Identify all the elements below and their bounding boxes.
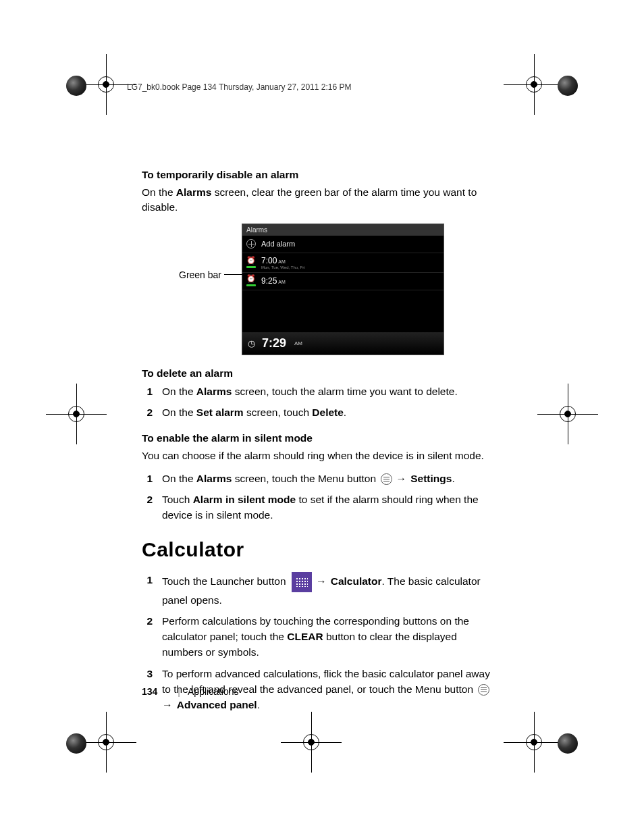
clock-icon: ◷ bbox=[248, 338, 255, 348]
phone-empty-area bbox=[242, 290, 444, 332]
screenshot-alarms: Green bar Alarms Add alarm 7:00AM Mon, T… bbox=[142, 224, 500, 355]
list-item: 2On the Set alarm screen, touch Delete. bbox=[142, 405, 500, 420]
steps-delete-alarm: 1On the Alarms screen, touch the alarm t… bbox=[142, 384, 500, 421]
list-item: 1Touch the Launcher button → Calculator.… bbox=[142, 572, 500, 608]
heading-delete-alarm: To delete an alarm bbox=[142, 367, 500, 380]
para-silent-mode: You can choose if the alarm should ring … bbox=[142, 448, 500, 463]
phone-row-add-alarm: Add alarm bbox=[242, 236, 444, 253]
phone-footer: ◷ 7:29AM bbox=[242, 332, 444, 355]
menu-icon bbox=[478, 684, 489, 696]
page-footer: 134 | Applications bbox=[142, 686, 239, 697]
section-name: Applications bbox=[188, 686, 239, 697]
print-orb bbox=[66, 76, 86, 96]
alarm-icon bbox=[246, 276, 256, 285]
plus-icon bbox=[246, 239, 256, 249]
running-header: LG7_bk0.book Page 134 Thursday, January … bbox=[127, 82, 351, 92]
crop-mark bbox=[518, 69, 549, 100]
print-orb bbox=[558, 733, 578, 754]
list-item: 2Touch Alarm in silent mode to set if th… bbox=[142, 492, 500, 523]
crop-mark bbox=[90, 69, 122, 100]
list-item: 1On the Alarms screen, touch the alarm t… bbox=[142, 384, 500, 399]
print-orb bbox=[558, 76, 578, 96]
page-body: To temporarily disable an alarm On the A… bbox=[142, 169, 500, 725]
section-title-calculator: Calculator bbox=[142, 538, 500, 561]
phone-row-alarm-2: 9:25AM bbox=[242, 273, 444, 290]
phone-titlebar: Alarms bbox=[242, 224, 444, 236]
callout-green-bar: Green bar bbox=[179, 269, 247, 280]
crop-mark bbox=[90, 727, 122, 758]
crop-mark bbox=[296, 727, 327, 758]
heading-silent-mode: To enable the alarm in silent mode bbox=[142, 432, 500, 444]
crop-mark bbox=[61, 398, 92, 429]
print-orb bbox=[66, 733, 86, 754]
page-number: 134 bbox=[142, 686, 157, 697]
heading-disable-alarm: To temporarily disable an alarm bbox=[142, 169, 500, 181]
alarm-icon bbox=[246, 257, 256, 267]
phone-row-alarm-1: 7:00AM Mon, Tue, Wed, Thu, Fri bbox=[242, 253, 444, 273]
menu-icon bbox=[381, 473, 392, 485]
crop-mark bbox=[518, 727, 549, 758]
list-item: 1On the Alarms screen, touch the Menu bu… bbox=[142, 471, 500, 486]
para-disable-alarm: On the Alarms screen, clear the green ba… bbox=[142, 185, 500, 215]
callout-leader-line bbox=[224, 274, 247, 275]
phone-frame: Alarms Add alarm 7:00AM Mon, Tue, Wed, T… bbox=[242, 224, 444, 355]
list-item: 2Perform calculations by touching the co… bbox=[142, 613, 500, 660]
steps-silent-mode: 1On the Alarms screen, touch the Menu bu… bbox=[142, 471, 500, 523]
crop-mark bbox=[552, 398, 583, 429]
launcher-icon bbox=[292, 572, 312, 592]
